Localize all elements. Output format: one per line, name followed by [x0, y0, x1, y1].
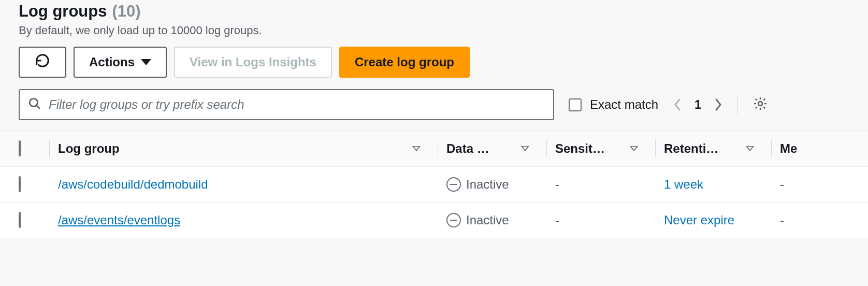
table-header-row: Log group Data … Sensit… — [0, 131, 868, 167]
log-group-cell: /aws/codebuild/dedmobuild — [50, 167, 438, 203]
search-input[interactable] — [49, 97, 545, 112]
page-subtitle: By default, we only load up to 10000 log… — [19, 24, 849, 37]
action-bar: Actions View in Logs Insights Create log… — [19, 47, 849, 78]
exact-match-checkbox[interactable] — [569, 98, 582, 111]
search-icon — [28, 97, 41, 112]
row-checkbox[interactable] — [19, 176, 21, 192]
actions-button[interactable]: Actions — [74, 47, 167, 78]
sort-icon — [412, 146, 421, 151]
column-header-data[interactable]: Data … — [438, 131, 547, 167]
column-label-retention: Retenti… — [664, 141, 718, 156]
column-label-data: Data … — [446, 141, 489, 156]
retention-cell: Never expire — [656, 203, 772, 238]
create-log-group-button[interactable]: Create log group — [339, 47, 470, 78]
refresh-icon — [35, 53, 50, 72]
metric-filter-cell: - — [772, 167, 868, 203]
page-title-row: Log groups (10) — [19, 0, 849, 21]
column-header-me[interactable]: Me — [772, 131, 868, 167]
data-protection-cell: Inactive — [438, 167, 547, 203]
data-protection-cell: Inactive — [438, 203, 547, 238]
separator — [737, 95, 738, 115]
sensitive-data-cell: - — [547, 167, 656, 203]
chevron-left-icon[interactable] — [673, 97, 682, 112]
page-number: 1 — [695, 97, 701, 112]
view-logs-insights-button[interactable]: View in Logs Insights — [174, 47, 332, 78]
refresh-button[interactable] — [19, 47, 66, 78]
caret-down-icon — [141, 59, 151, 65]
log-group-link[interactable]: /aws/events/eventlogs — [58, 213, 180, 227]
column-header-sensit[interactable]: Sensit… — [547, 131, 656, 167]
retention-link[interactable]: Never expire — [664, 213, 734, 227]
search-box[interactable] — [19, 89, 554, 120]
column-header-log-group[interactable]: Log group — [50, 131, 438, 167]
data-protection-status: Inactive — [466, 177, 509, 192]
exact-match-label: Exact match — [590, 97, 658, 112]
filter-row: Exact match 1 — [19, 89, 849, 120]
select-all-header — [0, 131, 50, 167]
metric-filter-cell: - — [772, 203, 868, 238]
sort-icon — [521, 146, 529, 151]
table-row: /aws/events/eventlogsInactive-Never expi… — [0, 203, 868, 238]
column-label-me: Me — [780, 141, 797, 156]
data-protection-status: Inactive — [466, 213, 509, 227]
retention-link[interactable]: 1 week — [664, 177, 703, 191]
select-all-checkbox[interactable] — [19, 140, 21, 156]
pagination: 1 — [673, 97, 723, 112]
view-logs-insights-label: View in Logs Insights — [190, 55, 316, 69]
sort-icon — [746, 146, 754, 151]
log-group-link[interactable]: /aws/codebuild/dedmobuild — [58, 177, 208, 191]
page-count: (10) — [112, 2, 140, 21]
settings-button[interactable] — [753, 96, 768, 113]
create-log-group-label: Create log group — [355, 55, 454, 69]
actions-button-label: Actions — [89, 55, 135, 69]
log-groups-table: Log group Data … Sensit… — [0, 131, 868, 238]
exact-match-toggle[interactable]: Exact match — [569, 97, 658, 112]
row-checkbox-cell — [0, 203, 50, 238]
table-row: /aws/codebuild/dedmobuildInactive-1 week… — [0, 167, 868, 203]
row-checkbox[interactable] — [19, 212, 21, 228]
page-title: Log groups — [19, 2, 107, 21]
log-group-cell: /aws/events/eventlogs — [50, 203, 438, 238]
svg-line-1 — [36, 105, 40, 109]
inactive-icon — [446, 177, 461, 192]
sensitive-data-cell: - — [547, 203, 656, 238]
column-label-sensit: Sensit… — [555, 141, 605, 156]
svg-point-2 — [758, 102, 762, 106]
chevron-right-icon[interactable] — [714, 97, 723, 112]
sort-icon — [630, 146, 638, 151]
inactive-icon — [446, 213, 461, 227]
column-header-retention[interactable]: Retenti… — [656, 131, 772, 167]
row-checkbox-cell — [0, 167, 50, 203]
retention-cell: 1 week — [656, 167, 772, 203]
svg-point-0 — [30, 98, 37, 106]
column-label-log-group: Log group — [58, 141, 120, 156]
